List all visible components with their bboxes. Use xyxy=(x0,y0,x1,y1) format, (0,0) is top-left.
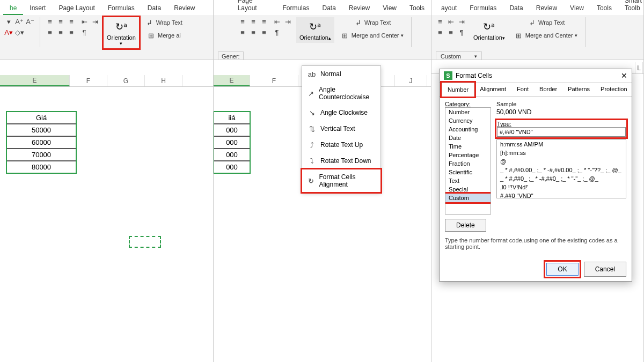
data-cell[interactable]: 000 xyxy=(214,124,250,136)
increase-font-icon[interactable]: A⁺ xyxy=(15,17,24,26)
type-list-item[interactable]: _ * #,##0_ ;_ * -#,##0_ ;_ * "-"_ ;_ @_ xyxy=(497,174,626,183)
tab-data[interactable]: Data xyxy=(316,2,342,15)
data-header-cell[interactable]: iiá xyxy=(214,112,250,124)
col-header-j[interactable]: J xyxy=(395,75,427,86)
indent-decrease-icon[interactable]: ⇤ xyxy=(80,17,89,26)
tab-view[interactable]: View xyxy=(564,2,590,15)
align-icon[interactable]: ≡ xyxy=(436,28,444,36)
tab-review[interactable]: Review xyxy=(530,2,564,15)
col-header-f[interactable]: F xyxy=(70,75,107,86)
tab-pagelayout[interactable]: Page Layout xyxy=(52,2,101,15)
align-middle-icon[interactable]: ≡ xyxy=(56,17,65,26)
align-bottom-icon[interactable]: ≡ xyxy=(67,17,76,26)
orientation-format-cells[interactable]: ↻Format Cells Alignment xyxy=(302,169,380,192)
cancel-button[interactable]: Cancel xyxy=(584,262,626,277)
merge-center-button[interactable]: ⊞Merge and Center▾ xyxy=(513,30,580,41)
decrease-font-icon[interactable]: A⁻ xyxy=(26,17,34,26)
category-item[interactable]: Date xyxy=(445,134,491,142)
type-list-item[interactable]: @ xyxy=(497,157,626,166)
merge-center-button[interactable]: ⊞ Merge and Center▾ xyxy=(339,30,406,41)
tab-formulas[interactable]: Formulas xyxy=(101,2,141,15)
col-header-f[interactable]: F xyxy=(250,75,298,86)
orientation-button[interactable]: ↻ᵃ Orientation▾ xyxy=(104,17,139,48)
tab-pagelayout[interactable]: Page Layout xyxy=(231,0,276,15)
data-cell[interactable]: 80000 xyxy=(6,161,76,173)
orientation-normal[interactable]: abNormal xyxy=(302,66,380,82)
indent-decrease-icon[interactable]: ⇤ xyxy=(447,17,455,26)
indent-decrease-icon[interactable]: ⇤ xyxy=(273,17,281,26)
data-cell[interactable]: 60000 xyxy=(6,136,76,149)
category-item[interactable]: Text xyxy=(445,176,491,185)
category-item[interactable]: Time xyxy=(445,142,491,151)
dropdown-icon[interactable]: ▾ xyxy=(4,17,13,26)
align-center-icon[interactable]: ≡ xyxy=(56,28,65,36)
align-right-icon[interactable]: ≡ xyxy=(67,28,76,36)
data-cell[interactable]: 70000 xyxy=(6,149,76,161)
clear-format-icon[interactable]: ◇▾ xyxy=(15,28,24,36)
wrap-text-button[interactable]: ↲ Wrap Text xyxy=(339,17,406,28)
ltr-icon[interactable]: ¶ xyxy=(457,28,466,36)
tab-smart-toolbox[interactable]: Smart Toolb xyxy=(618,0,644,15)
type-list[interactable]: h:mm:ss AM/PM [h]:mm:ss @ _ * #,##0.00_ … xyxy=(496,139,626,198)
category-item[interactable]: Scientific xyxy=(445,168,491,176)
align-left-icon[interactable]: ≡ xyxy=(46,28,54,36)
wrap-text-button[interactable]: ↲ Wrap Text xyxy=(143,17,185,28)
align-right-icon[interactable]: ≡ xyxy=(260,28,268,36)
tab-data[interactable]: Data xyxy=(141,2,167,15)
spreadsheet-grid[interactable]: E F G H Giá 50000 60000 70000 80000 xyxy=(0,60,213,362)
tab-formulas[interactable]: Formulas xyxy=(463,2,503,15)
tab-insert[interactable]: Insert xyxy=(23,2,52,15)
font-color-icon[interactable]: A▾ xyxy=(4,28,13,36)
ok-button[interactable]: OK xyxy=(546,263,578,276)
spreadsheet-grid[interactable]: E F J iiá 000 000 000 000 abNormal ↗Angl… xyxy=(214,60,431,362)
indent-increase-icon[interactable]: ⇥ xyxy=(283,17,292,26)
category-item-custom[interactable]: Custom xyxy=(445,194,491,202)
close-icon[interactable]: ✕ xyxy=(621,71,627,80)
align-icon[interactable]: ≡ xyxy=(436,17,444,26)
col-header-l[interactable]: L xyxy=(635,62,643,73)
dlg-tab-border[interactable]: Border xyxy=(534,83,562,96)
type-list-item[interactable]: ,l0 !'!V!Nd!' xyxy=(497,183,626,191)
tab-tools[interactable]: Tools xyxy=(403,2,431,15)
data-cell[interactable]: 50000 xyxy=(6,124,76,136)
dlg-tab-protection[interactable]: Protection xyxy=(595,83,633,96)
col-header-e[interactable]: E xyxy=(0,75,70,86)
spreadsheet-grid[interactable]: L S Format Cells ✕ Number Alignment Font… xyxy=(431,60,643,362)
indent-increase-icon[interactable]: ⇥ xyxy=(457,17,466,26)
align-top-icon[interactable]: ≡ xyxy=(238,17,247,26)
col-header-g[interactable]: G xyxy=(107,75,145,86)
category-item[interactable]: Accounting xyxy=(445,125,491,134)
data-cell[interactable]: 000 xyxy=(214,136,250,149)
type-list-item[interactable]: h:mm:ss AM/PM xyxy=(497,140,626,149)
dlg-tab-font[interactable]: Font xyxy=(511,83,534,96)
type-list-item[interactable]: [h]:mm:ss xyxy=(497,149,626,157)
merge-button[interactable]: ⊞ Merge ai xyxy=(143,30,185,41)
orientation-rotate-down[interactable]: ⤵Rotate Text Down xyxy=(302,153,380,169)
tab-review[interactable]: Review xyxy=(342,2,376,15)
category-list[interactable]: Number Currency Accounting Date Time Per… xyxy=(445,107,491,215)
wrap-text-button[interactable]: ↲Wrap Text xyxy=(513,17,580,28)
tab-layout[interactable]: ayout xyxy=(435,2,463,15)
category-item[interactable]: Number xyxy=(445,108,491,116)
dlg-tab-patterns[interactable]: Patterns xyxy=(562,83,595,96)
type-list-item[interactable]: #,##0 "VND" xyxy=(497,191,626,198)
category-item[interactable]: Fraction xyxy=(445,159,491,168)
indent-increase-icon[interactable]: ⇥ xyxy=(91,17,99,26)
orientation-rotate-up[interactable]: ⤴Rotate Text Up xyxy=(302,137,380,153)
orientation-button[interactable]: ↻ᵃ Orientation▾ xyxy=(470,17,508,43)
orientation-vertical[interactable]: ⇅Vertical Text xyxy=(302,121,380,137)
tab-data[interactable]: Data xyxy=(503,2,529,15)
align-middle-icon[interactable]: ≡ xyxy=(249,17,258,26)
category-item[interactable]: Currency xyxy=(445,116,491,125)
ltr-icon[interactable]: ¶ xyxy=(80,28,89,36)
dlg-tab-alignment[interactable]: Alignment xyxy=(474,83,511,96)
orientation-ccw[interactable]: ↗Angle Counterclockwise xyxy=(302,82,380,105)
tab-home[interactable]: he xyxy=(3,2,23,15)
orientation-cw[interactable]: ↘Angle Clockwise xyxy=(302,105,380,121)
align-center-icon[interactable]: ≡ xyxy=(249,28,258,36)
category-item[interactable]: Special xyxy=(445,185,491,194)
type-list-item[interactable]: _ * #,##0.00_ ;_ * -#,##0.00_ ;_ * "-"??… xyxy=(497,166,626,174)
data-cell[interactable]: 000 xyxy=(214,149,250,161)
col-header-e[interactable]: E xyxy=(214,75,250,86)
tab-view[interactable]: View xyxy=(376,2,403,15)
